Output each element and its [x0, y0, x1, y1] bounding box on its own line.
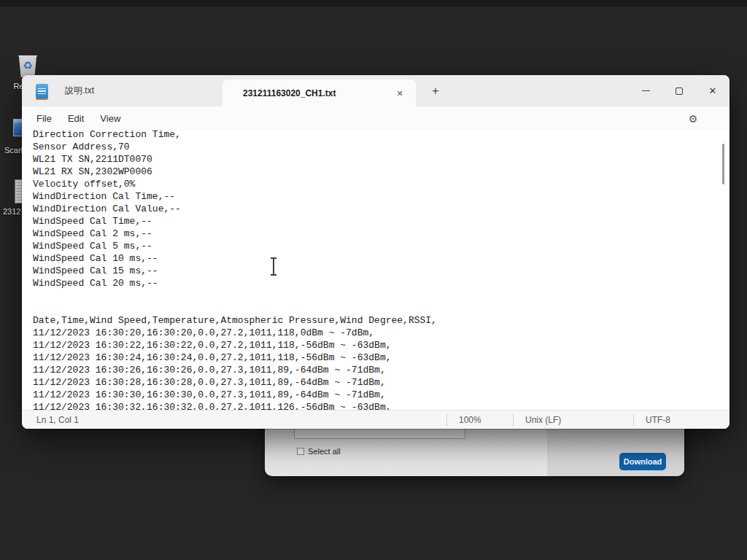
vertical-scrollbar-thumb[interactable]: [722, 144, 724, 184]
minimize-button[interactable]: [629, 75, 662, 106]
tab-close-icon[interactable]: ✕: [392, 86, 407, 101]
desktop-icon-text-file[interactable]: 2312: [3, 179, 24, 216]
screen-top-strip: [0, 0, 747, 7]
tab-bar: 說明.txt 231211163020_CH1.txt ✕ + ✕: [22, 75, 729, 106]
maximize-button[interactable]: [662, 75, 696, 106]
close-button[interactable]: ✕: [696, 75, 729, 106]
tab-title: 說明.txt: [65, 85, 94, 97]
menu-bar: File Edit View: [22, 106, 729, 131]
new-tab-button[interactable]: +: [425, 82, 446, 101]
tab-shuoming-txt[interactable]: 說明.txt: [55, 75, 221, 106]
select-all-label: Select all: [308, 447, 341, 456]
tab-title: 231211163020_CH1.txt: [243, 88, 336, 98]
notepad-app-icon: [36, 84, 48, 98]
download-button[interactable]: Download: [619, 453, 666, 470]
tab-231211163020-ch1-txt[interactable]: 231211163020_CH1.txt ✕: [222, 79, 416, 106]
menu-edit[interactable]: Edit: [60, 110, 92, 127]
recycle-symbol-icon: ♻: [23, 60, 32, 71]
zoom-level-status[interactable]: 100%: [446, 414, 513, 426]
desktop-icon-scarlett[interactable]: Scarl: [4, 119, 24, 155]
select-all-checkbox[interactable]: [297, 448, 304, 455]
settings-gear-icon[interactable]: ⚙: [683, 111, 703, 127]
menu-file[interactable]: File: [28, 110, 60, 127]
editor-text: Direction Correction Time, Sensor Addres…: [22, 131, 729, 410]
minimize-icon: [642, 90, 650, 91]
line-ending-status[interactable]: Unix (LF): [513, 414, 633, 426]
maximize-icon: [676, 88, 683, 95]
desktop-icon-label: 2312: [3, 207, 24, 216]
cursor-position-status: Ln 1, Col 1: [22, 415, 446, 425]
status-bar: Ln 1, Col 1 100% Unix (LF) UTF-8: [22, 410, 729, 429]
encoding-status[interactable]: UTF-8: [633, 414, 729, 426]
desktop-icon-label: Scarl: [4, 146, 24, 155]
desktop: ♻ Recy Scarl 2312 Select all Download 說明…: [0, 0, 747, 560]
window-controls: ✕: [629, 75, 729, 106]
close-icon: ✕: [709, 85, 717, 96]
text-editor[interactable]: Direction Correction Time, Sensor Addres…: [22, 131, 729, 410]
select-all-row: Select all: [297, 447, 341, 456]
recycle-bin-icon: ♻: [18, 55, 37, 77]
notepad-window: 說明.txt 231211163020_CH1.txt ✕ + ✕ File E…: [22, 75, 729, 429]
menu-view[interactable]: View: [92, 110, 128, 127]
